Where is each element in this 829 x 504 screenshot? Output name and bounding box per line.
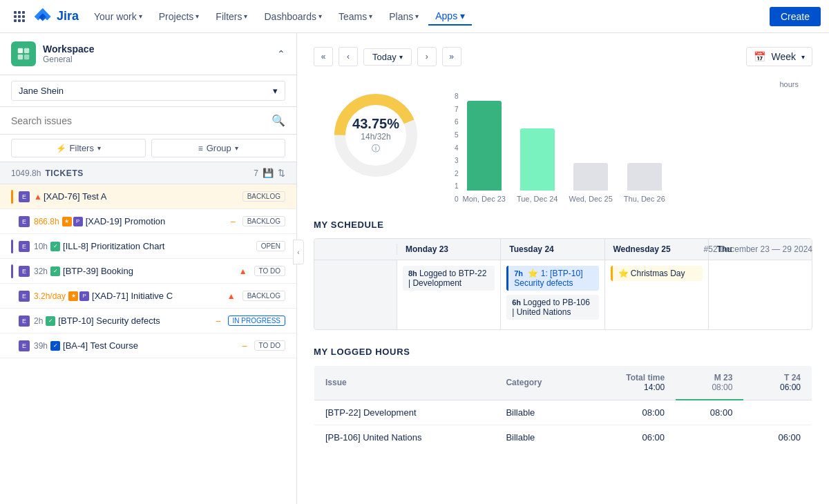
info-icon[interactable]: ⓘ <box>352 143 399 155</box>
bar-green <box>467 101 502 191</box>
table-row[interactable]: E 2h ✓ [BTP-10] Security defects – IN PR… <box>0 309 296 333</box>
schedule-tuesday-col: 7h ⭐ 1: [BTP-10] Security defects 6h Log… <box>501 260 604 329</box>
create-button[interactable]: Create <box>770 7 821 26</box>
calendar-icon: 📅 <box>754 51 765 62</box>
event-hours: 6h <box>512 298 523 307</box>
schedule-event[interactable]: 6h Logged to PB-106 | United Nations <box>506 295 598 320</box>
ticket-name: [XAD-76] Test A <box>44 191 238 202</box>
nav-back-button[interactable]: ‹ <box>339 47 358 66</box>
top-nav: Jira Your work ▾ Projects ▾ Filters ▾ Da… <box>0 0 829 33</box>
chevron-down-icon: ▾ <box>460 10 465 21</box>
nav-filters[interactable]: Filters ▾ <box>209 8 254 25</box>
sidebar-header-controls: ⌃ <box>277 48 285 59</box>
nav-forward-button[interactable]: › <box>417 47 437 66</box>
tickets-meta: 7 💾 ⇅ <box>254 168 285 178</box>
filter-group-bar: ⚡ Filters ▾ ≡ Group ▾ <box>0 135 296 162</box>
svg-rect-8 <box>22 19 25 22</box>
user-select-button[interactable]: Jane Shein ▾ <box>11 81 285 101</box>
schedule-thursday-col <box>709 260 812 329</box>
schedule-event[interactable]: 8h Logged to BTP-22 | Development <box>403 266 495 291</box>
chevron-down-icon: ▾ <box>369 12 372 20</box>
expand-icon[interactable]: ⌃ <box>277 48 285 59</box>
table-row[interactable]: E 10h ✓ [ILL-8] Prioritization Chart OPE… <box>0 234 296 259</box>
user-selector: Jane Shein ▾ <box>0 75 296 107</box>
priority-icon: – <box>242 341 247 351</box>
ticket-status: TO DO <box>254 340 285 351</box>
table-row[interactable]: E 3.2h/day ★ P [XAD-71] Initiative C ▲ B… <box>0 284 296 309</box>
priority-icon: ▲ <box>239 266 247 276</box>
ticket-name: [ILL-8] Prioritization Chart <box>63 241 252 251</box>
nav-apps[interactable]: Apps ▾ <box>428 8 472 26</box>
nav-skip-back-button[interactable]: « <box>314 47 333 66</box>
svg-rect-5 <box>22 15 25 18</box>
total-cell: 06:00 <box>583 425 676 450</box>
toolbar: « ‹ Today ▾ › » 📅 Week ▾ <box>314 47 812 66</box>
bar-gray <box>627 163 662 191</box>
filters-button[interactable]: ⚡ Filters ▾ <box>11 139 146 157</box>
bar-label: Wed, Dec 25 <box>569 195 612 203</box>
left-sidebar: Workspace General ⌃ Jane Shein ▾ 🔍 ⚡ Fil… <box>0 33 297 504</box>
nav-your-work[interactable]: Your work ▾ <box>87 8 149 25</box>
schedule-event[interactable]: ⭐ Christmas Day <box>611 266 703 281</box>
week-range-label: #52 December 23 — 29 2024 <box>704 244 812 254</box>
tickets-header: 1049.8h TICKETS 7 💾 ⇅ <box>0 162 296 184</box>
ticket-name: [BA-4] Test Course <box>63 340 240 351</box>
bar-light-green <box>520 128 555 191</box>
chevron-down-icon: ▾ <box>196 12 199 20</box>
priority-bar <box>11 264 13 278</box>
svg-rect-10 <box>24 48 29 53</box>
priority-icon: ▲ <box>34 192 42 202</box>
m23-cell <box>676 425 743 450</box>
bar-label: Thu, Dec 26 <box>624 195 665 203</box>
nav-dashboards[interactable]: Dashboards ▾ <box>257 8 329 25</box>
nav-teams[interactable]: Teams ▾ <box>332 8 379 25</box>
chevron-down-icon: ▾ <box>139 12 142 20</box>
nav-projects[interactable]: Projects ▾ <box>152 8 207 25</box>
event-title: Christmas Day <box>631 269 685 278</box>
schedule-wednesday-col: ⭐ Christmas Day <box>605 260 709 329</box>
view-selector[interactable]: 📅 Week ▾ <box>746 47 812 66</box>
category-cell: Billable <box>495 425 583 450</box>
table-row[interactable]: E 866.8h ★ P [XAD-19] Promotion – BACKLO… <box>0 209 296 234</box>
toggle-sidebar-button[interactable]: ‹ <box>293 240 304 264</box>
search-bar: 🔍 <box>0 107 296 135</box>
table-row[interactable]: E ▲ [XAD-76] Test A BACKLOG <box>0 184 296 209</box>
nav-plans[interactable]: Plans ▾ <box>382 8 426 25</box>
nav-skip-forward-button[interactable]: » <box>442 47 461 66</box>
group-button[interactable]: ≡ Group ▾ <box>151 139 286 157</box>
bar-thursday: Thu, Dec 26 <box>624 80 665 203</box>
today-button[interactable]: Today ▾ <box>363 48 412 66</box>
col-category-header: Category <box>495 366 583 400</box>
ticket-name: [BTP-10] Security defects <box>58 316 213 326</box>
schedule-event[interactable]: 7h ⭐ 1: [BTP-10] Security defects <box>506 266 598 291</box>
ticket-count-badge: 7 <box>254 168 258 178</box>
table-row[interactable]: E 39h ✓ [BA-4] Test Course – TO DO <box>0 333 296 358</box>
table-row[interactable]: E 32h ✓ [BTP-39] Booking ▲ TO DO <box>0 259 296 284</box>
grid-icon[interactable] <box>8 6 30 28</box>
schedule-day-header: Wednesday 25 <box>605 239 709 260</box>
save-icon[interactable]: 💾 <box>263 168 274 178</box>
bar-monday: Mon, Dec 23 <box>463 80 506 203</box>
search-input[interactable] <box>11 115 266 126</box>
event-title: Logged to PB-106 | United Nations <box>512 298 590 317</box>
table-row[interactable]: [BTP-22] Development Billable 08:00 08:0… <box>314 400 812 425</box>
svg-rect-0 <box>14 11 17 14</box>
stats-row: 43.75% 14h/32h ⓘ hours 8 7 6 5 4 <box>314 80 812 203</box>
svg-rect-12 <box>24 55 29 59</box>
table-row[interactable]: [PB-106] United Nations Billable 06:00 0… <box>314 425 812 450</box>
donut-center: 43.75% 14h/32h ⓘ <box>352 116 399 155</box>
svg-rect-3 <box>14 15 17 18</box>
bar-chart: hours 8 7 6 5 4 3 2 1 0 <box>455 80 812 203</box>
sort-icon[interactable]: ⇅ <box>278 168 285 178</box>
priority-icon: – <box>231 217 236 226</box>
event-title: Logged to BTP-22 | Development <box>408 269 486 288</box>
t24-cell <box>743 400 812 425</box>
ticket-hours: 866.8h <box>34 217 59 226</box>
chevron-down-icon: ▾ <box>273 86 278 96</box>
priority-bar <box>11 240 13 253</box>
ticket-hours: 32h <box>34 266 48 276</box>
jira-logo[interactable]: Jira <box>33 7 79 26</box>
logged-hours-title: MY LOGGED HOURS <box>314 347 812 357</box>
search-icon[interactable]: 🔍 <box>271 114 285 127</box>
event-icon: ⭐ <box>528 269 538 278</box>
